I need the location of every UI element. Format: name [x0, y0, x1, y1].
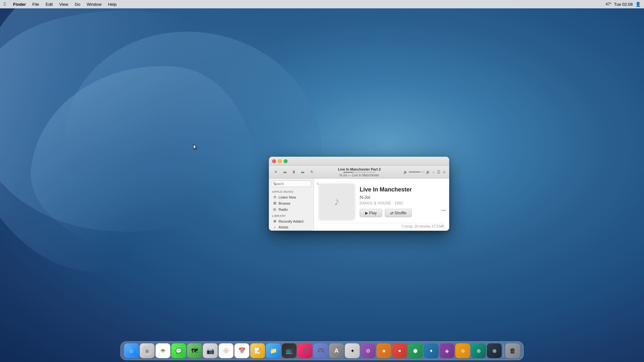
volume-fill: [409, 172, 420, 172]
dock-icon-app8[interactable]: ⊛: [455, 343, 470, 358]
window-close-button[interactable]: [272, 159, 276, 163]
player-next-button[interactable]: ⏭: [299, 169, 306, 176]
volume-slider[interactable]: [409, 172, 425, 172]
music-window: ✕ ⏮ ⏸ ⏭ ↻ Live In Manchester Part 2 N-Jo…: [269, 157, 449, 231]
desktop:  Finder File Edit View Go Window Help 4…: [0, 0, 644, 362]
album-stats: 2 songs, 29 minutes, 57,9 MB: [402, 225, 444, 228]
search-wrap: 🔍: [271, 181, 312, 187]
artists-icon: ♪: [272, 225, 277, 229]
player-close-button[interactable]: ✕: [272, 169, 279, 176]
menubar-help[interactable]: Help: [105, 1, 119, 7]
browse-icon: ⊞: [272, 201, 277, 205]
sidebar-item-radio-label: Radio: [279, 208, 288, 211]
album-footer: 2 songs, 29 minutes, 57,9 MB: [319, 223, 444, 228]
player-prev-button[interactable]: ⏮: [281, 169, 288, 176]
svg-text:☺: ☺: [129, 348, 134, 354]
sidebar-item-recently-added[interactable]: ⊕ Recently Added: [270, 218, 313, 224]
album-shuffle-button[interactable]: ⇄ Shuffle: [385, 209, 412, 217]
dock-icon-app9[interactable]: ⊕: [471, 343, 486, 358]
album-view: ♪ Live In Manchester N-Joi DANCE & HOUSE…: [314, 179, 449, 231]
dock-icon-photos[interactable]: [219, 343, 233, 358]
album-play-button[interactable]: ▶ Play: [360, 209, 382, 217]
dock-icon-messages[interactable]: 💬: [171, 343, 186, 358]
dock-icon-facetime[interactable]: 📷: [203, 343, 218, 358]
player-repeat-button[interactable]: ↻: [308, 169, 315, 176]
volume-area: 🔈 🔊: [403, 170, 430, 174]
library-section-label: Library: [269, 212, 314, 218]
sidebar-item-artists-label: Artists: [279, 225, 289, 229]
sidebar-item-recently-added-label: Recently Added: [279, 219, 303, 223]
menubar-user-icon[interactable]: 👤: [635, 2, 641, 7]
dock-icon-launchpad[interactable]: ⊞: [140, 343, 155, 358]
dock-icon-app4[interactable]: ●: [392, 343, 407, 358]
sidebar-search-area: 🔍: [269, 179, 314, 188]
svg-point-9: [225, 350, 227, 352]
player-lyrics-button[interactable]: ☰: [436, 169, 441, 175]
menubar-view[interactable]: View: [56, 1, 71, 7]
player-right-buttons: ♪ ☰ ≡: [432, 169, 446, 175]
menubar-file[interactable]: File: [30, 1, 42, 7]
sidebar-item-artists[interactable]: ♪ Artists: [270, 224, 313, 230]
radio-icon: ◎: [272, 207, 277, 211]
dock-icon-app2[interactable]: ⚙: [361, 343, 375, 358]
main-content: < ♪ Live In Manchester N-Joi DANCE & HOU…: [314, 179, 449, 231]
window-maximize-button[interactable]: [284, 159, 288, 163]
search-icon: 🔍: [273, 182, 276, 185]
dock-icon-chrome[interactable]: [156, 343, 170, 358]
now-playing-artist: N-Joi — Live In Manchester: [317, 173, 402, 177]
volume-low-icon: 🔈: [403, 170, 407, 174]
search-input[interactable]: [271, 181, 312, 187]
menubar-window[interactable]: Window: [84, 1, 104, 7]
dock-icon-files[interactable]: 📁: [266, 343, 281, 358]
album-art-music-icon: ♪: [334, 195, 340, 208]
apple-menu[interactable]: : [0, 1, 10, 8]
album-title: Live In Manchester: [360, 186, 444, 193]
dock-icon-tv[interactable]: 📺: [282, 343, 297, 358]
sidebar-item-listen-now-label: Listen Now: [279, 195, 296, 199]
dock: ☺ ⊞: [120, 341, 524, 360]
menubar-app-name[interactable]: Finder: [10, 1, 29, 7]
recently-added-icon: ⊕: [272, 219, 277, 223]
album-artist: N-Joi: [360, 195, 444, 200]
player-queue-button[interactable]: ≡: [442, 169, 446, 175]
dock-icon-notes[interactable]: 📝: [250, 343, 265, 358]
apple-music-section-label: Apple Music: [269, 188, 314, 194]
now-playing-title: Live In Manchester Part 2: [317, 167, 402, 171]
dock-icon-calendar[interactable]: 📅: [234, 343, 249, 358]
window-minimize-button[interactable]: [278, 159, 282, 163]
sidebar-item-radio[interactable]: ◎ Radio: [270, 206, 313, 212]
dock-icon-discord[interactable]: 🎮: [313, 343, 328, 358]
mouse-cursor: [193, 144, 197, 150]
dock-separator: [503, 344, 504, 357]
dock-icon-trash[interactable]: 🗑: [505, 343, 520, 358]
back-button[interactable]: <: [317, 181, 319, 186]
player-bar: ✕ ⏮ ⏸ ⏭ ↻ Live In Manchester Part 2 N-Jo…: [269, 166, 449, 179]
album-buttons: ▶ Play ⇄ Shuffle: [360, 209, 444, 217]
more-options-button[interactable]: •••: [441, 208, 446, 213]
dock-icon-app3[interactable]: ★: [376, 343, 391, 358]
dock-icon-alpha[interactable]: A: [329, 343, 344, 358]
album-art: ♪: [319, 184, 355, 219]
dock-icon-app1[interactable]: ✦: [345, 343, 360, 358]
svg-text:⊞: ⊞: [145, 348, 149, 354]
progress-bar[interactable]: [343, 172, 375, 173]
sidebar-item-albums[interactable]: ♫ Albums: [270, 230, 313, 231]
dock-icon-app7[interactable]: ◈: [440, 343, 454, 358]
sidebar-item-browse-label: Browse: [279, 201, 290, 205]
dock-icon-app10[interactable]: ⊗: [487, 343, 502, 358]
dock-icon-app6[interactable]: ♦: [424, 343, 439, 358]
player-pause-button[interactable]: ⏸: [290, 169, 297, 176]
dock-icon-app5[interactable]: ⬢: [408, 343, 423, 358]
menubar-edit[interactable]: Edit: [43, 1, 56, 7]
menubar-go[interactable]: Go: [72, 1, 83, 7]
player-music-icon[interactable]: ♪: [432, 169, 435, 175]
sidebar: 🔍 Apple Music ⊙ Listen Now ⊞ Browse ◎ Ra…: [269, 179, 314, 231]
sidebar-item-listen-now[interactable]: ⊙ Listen Now: [270, 194, 313, 200]
sidebar-item-browse[interactable]: ⊞ Browse: [270, 200, 313, 206]
dock-icon-maps[interactable]: 🗺: [187, 343, 202, 358]
album-header: ♪ Live In Manchester N-Joi DANCE & HOUSE…: [319, 184, 444, 219]
dock-icon-finder[interactable]: ☺: [124, 343, 139, 358]
dock-icon-music[interactable]: 🎵: [298, 343, 312, 358]
menubar-clock: Tue 02:08: [614, 2, 633, 7]
progress-fill: [343, 172, 353, 173]
